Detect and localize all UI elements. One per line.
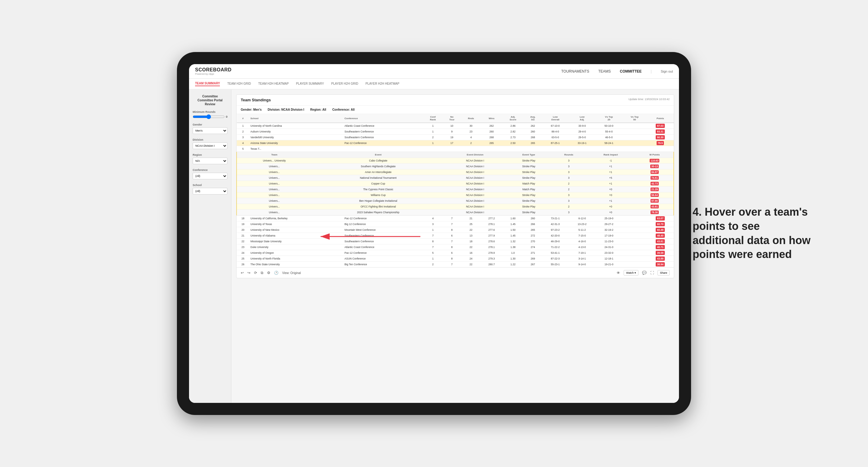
filter-region: Region: All xyxy=(310,108,326,111)
tab-team-h2h-heatmap[interactable]: TEAM H2H HEATMAP xyxy=(258,82,289,86)
table-row-highlighted: 4 Arizona State University Pac-12 Confer… xyxy=(237,141,674,146)
nav-teams[interactable]: TEAMS xyxy=(598,69,611,73)
annotation-text: 4. Hover over a team's points to see add… xyxy=(692,205,813,261)
tab-team-summary[interactable]: TEAM SUMMARY xyxy=(195,82,220,86)
filter-conference: Conference: All xyxy=(332,108,355,111)
col-adj-score: Adj.Score xyxy=(502,114,524,123)
table-row: 20 University of New Mexico Mountain Wes… xyxy=(237,227,674,233)
tab-player-h2h-heatmap[interactable]: PLAYER H2H HEATMAP xyxy=(365,82,399,86)
view-original-label: View: Original xyxy=(282,271,301,275)
division-select[interactable]: NCAA Division I xyxy=(193,143,227,149)
col-no-tour: NoTour xyxy=(443,114,461,123)
filter-division: Division: NCAA Division I xyxy=(268,108,304,111)
main-content: Committee Committee Portal Review Minimu… xyxy=(189,90,679,403)
col-avg-sg: Avg.SG xyxy=(524,114,542,123)
table-row: 3 Vanderbilt University Southeastern Con… xyxy=(237,134,674,141)
redo-icon[interactable]: ↪ xyxy=(247,271,250,275)
report-panel: Team Standings Update time: 13/03/2024 1… xyxy=(236,94,674,278)
division-label: Division xyxy=(193,138,227,141)
table-row: 23 Duke University Atlantic Coast Confer… xyxy=(237,244,674,250)
eye-icon: 👁 xyxy=(617,271,620,275)
col-points: Points xyxy=(647,114,674,123)
settings-icon[interactable]: ⚙ xyxy=(267,271,270,275)
nav-committee[interactable]: COMMITTEE xyxy=(620,69,642,73)
col-rank: # xyxy=(237,114,249,123)
table-row: 22 Mississippi State University Southeas… xyxy=(237,239,674,244)
event-row: Univers... Southern Highlands Collegiate… xyxy=(237,164,674,169)
table-row: 21 University of Alabama Southeastern Co… xyxy=(237,233,674,239)
conference-label: Conference xyxy=(193,168,227,172)
top-nav: SCOREBOARD Powered by clippi TOURNAMENTS… xyxy=(189,64,679,79)
event-row: Univers... Copper Cup NCAA Division I Ma… xyxy=(237,181,674,187)
sidebar: Committee Committee Portal Review Minimu… xyxy=(189,90,231,403)
table-row: 24 University of Oregon Pac-12 Conferenc… xyxy=(237,250,674,256)
sign-out-button[interactable]: Sign out xyxy=(661,69,673,73)
tab-player-summary[interactable]: PLAYER SUMMARY xyxy=(296,82,324,86)
report-title: Team Standings xyxy=(241,98,271,102)
col-school: School xyxy=(249,114,343,123)
toolbar-right: 👁 Watch ▾ 💬 ⛶ Share xyxy=(617,270,670,276)
table-row: 1 University of North Carolina Atlantic … xyxy=(237,123,674,129)
toolbar-left: ↩ ↪ ⟳ ⧉ ⚙ 🕐 View: Original xyxy=(241,271,301,275)
division-section: Division NCAA Division I xyxy=(193,138,227,149)
sub-nav: TEAM SUMMARY TEAM H2H GRID TEAM H2H HEAT… xyxy=(189,79,679,90)
gender-label: Gender xyxy=(193,123,227,126)
col-conference: Conference xyxy=(343,114,423,123)
gender-section: Gender Men's xyxy=(193,123,227,134)
event-row: Univers... The Cypress Point Classic NCA… xyxy=(237,187,674,192)
watch-button[interactable]: Watch ▾ xyxy=(624,270,639,276)
logo-area: SCOREBOARD Powered by clippi xyxy=(195,67,232,75)
region-select[interactable]: N/A xyxy=(193,158,227,164)
table-row: 18 University of California, Berkeley Pa… xyxy=(237,216,674,221)
report-header: Team Standings Update time: 13/03/2024 1… xyxy=(237,95,674,105)
col-low-adj: LowAdj. xyxy=(568,114,595,123)
table-row: 26 The Ohio State University Big Ten Con… xyxy=(237,261,674,268)
school-select[interactable]: (All) xyxy=(193,188,227,194)
nav-tournaments[interactable]: TOURNAMENTS xyxy=(561,69,589,73)
logo-text: SCOREBOARD xyxy=(195,67,232,72)
table-container: # School Conference ConfRank NoTour Rnds… xyxy=(237,114,674,268)
school-section: School (All) xyxy=(193,184,227,194)
table-row: 5 Texas T... xyxy=(237,146,674,152)
min-rounds-label: Minimum Rounds xyxy=(193,111,227,114)
event-row: Univers... OFCC Fighting Illini Invitati… xyxy=(237,204,674,210)
sidebar-title: Committee Committee Portal Review xyxy=(193,94,227,106)
school-label: School xyxy=(193,184,227,187)
gender-select[interactable]: Men's xyxy=(193,127,227,134)
min-rounds-slider[interactable] xyxy=(193,115,225,119)
col-rnds: Rnds xyxy=(461,114,481,123)
undo-icon[interactable]: ↩ xyxy=(241,271,244,275)
update-time: Update time: 13/03/2024 10:03:42 xyxy=(628,98,670,101)
standings-table: # School Conference ConfRank NoTour Rnds… xyxy=(237,114,674,268)
table-row: 19 University of Texas Big 12 Conference… xyxy=(237,221,674,227)
tab-player-h2h-grid[interactable]: PLAYER H2H GRID xyxy=(331,82,358,86)
min-rounds-value: 0 xyxy=(226,115,227,118)
tab-team-h2h-grid[interactable]: TEAM H2H GRID xyxy=(227,82,251,86)
expanded-row-header: Team Event Event Division Event Type Rou… xyxy=(237,152,674,216)
event-row: Univers... 2023 Sahalee Players Champion… xyxy=(237,210,674,215)
col-vs-top50: Vs Top50 xyxy=(622,114,647,123)
conference-select[interactable]: (All) xyxy=(193,173,227,179)
toolbar: ↩ ↪ ⟳ ⧉ ⚙ 🕐 View: Original 👁 Watch ▾ 💬 xyxy=(237,268,674,278)
share-button[interactable]: Share xyxy=(657,270,670,276)
min-rounds-section: Minimum Rounds 0 xyxy=(193,111,227,119)
nav-links: TOURNAMENTS TEAMS COMMITTEE | Sign out xyxy=(561,69,673,73)
event-row: Univers... Amer An Intercollegiate NCAA … xyxy=(237,169,674,175)
tablet-shell: SCOREBOARD Powered by clippi TOURNAMENTS… xyxy=(177,52,691,415)
filters-bar: Gender: Men's Division: NCAA Division I … xyxy=(237,105,674,114)
refresh-icon[interactable]: ⟳ xyxy=(254,271,257,275)
conference-section: Conference (All) xyxy=(193,168,227,179)
copy-icon[interactable]: ⧉ xyxy=(261,271,264,275)
clock-icon[interactable]: 🕐 xyxy=(274,271,279,275)
event-row: Univers... University Cabo Collegiate NC… xyxy=(237,158,674,164)
expand-icon[interactable]: ⛶ xyxy=(650,271,654,275)
table-row: 2 Auburn University Southeastern Confere… xyxy=(237,129,674,134)
region-label: Region xyxy=(193,153,227,156)
logo-sub: Powered by clippi xyxy=(195,72,232,75)
col-conf-rank: ConfRank xyxy=(423,114,443,123)
event-row: Univers... Ben Hogan Collegiate Invitati… xyxy=(237,198,674,204)
col-vs-top25: Vs Top25 xyxy=(595,114,622,123)
comment-icon[interactable]: 💬 xyxy=(642,271,647,275)
tablet-screen: SCOREBOARD Powered by clippi TOURNAMENTS… xyxy=(189,64,679,403)
filter-gender: Gender: Men's xyxy=(241,108,261,111)
